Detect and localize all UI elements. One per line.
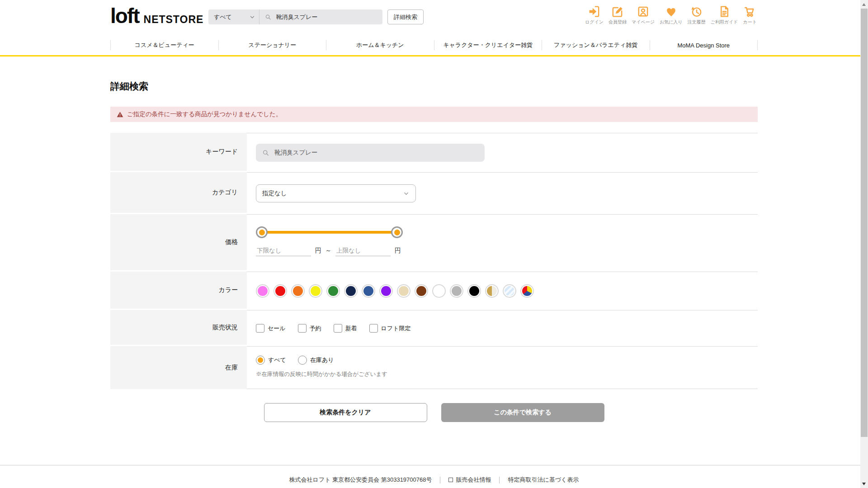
price-slider-min-dot	[259, 230, 265, 235]
color-swatch-white[interactable]	[432, 284, 446, 298]
color-swatch-blue[interactable]	[362, 284, 375, 298]
footer-divider	[440, 477, 440, 483]
price-max-input[interactable]	[335, 245, 391, 256]
price-range-slider[interactable]	[256, 226, 403, 238]
scroll-up-icon[interactable]	[862, 3, 866, 6]
cart-button[interactable]: カート	[743, 5, 757, 25]
warning-icon	[117, 111, 123, 118]
search-icon	[265, 14, 272, 21]
no-results-alert: ご指定の条件に一致する商品が見つかりませんでした。	[110, 107, 758, 122]
category-select[interactable]: 指定なし	[256, 184, 416, 202]
radio-all[interactable]: すべて	[256, 356, 286, 365]
register-icon	[611, 5, 624, 18]
checkbox-new-box[interactable]	[334, 324, 342, 333]
mypage-button[interactable]: マイページ	[632, 5, 655, 25]
checkbox-loft-exclusive[interactable]: ロフト限定	[369, 324, 411, 333]
footer-link-company-info[interactable]: 販売会社情報	[448, 476, 491, 484]
register-label: 会員登録	[609, 19, 627, 25]
yen-unit: 円	[395, 247, 401, 255]
color-swatch-orange[interactable]	[291, 284, 305, 298]
cart-icon	[743, 5, 756, 18]
checkbox-preorder-box[interactable]	[298, 324, 307, 333]
nav-item-moma-design-store[interactable]: MoMA Design Store	[650, 42, 758, 49]
color-swatch-multicolor[interactable]	[520, 284, 534, 298]
radio-in-stock-circle[interactable]	[298, 356, 307, 365]
guide-document-icon	[718, 5, 731, 18]
header-search-input-zone	[259, 9, 382, 24]
nav-item-fashion-variety[interactable]: ファッション＆バラエティ雑貨	[542, 41, 650, 49]
checkbox-preorder-label: 予約	[310, 324, 321, 333]
site-header: loft NETSTORE すべて 詳細検索 ログイン	[0, 0, 868, 35]
color-swatch-red[interactable]	[274, 284, 287, 298]
loft-logo[interactable]: loft NETSTORE	[110, 5, 203, 26]
footer-divider	[499, 477, 500, 483]
form-actions: 検索条件をクリア この条件で検索する	[110, 403, 758, 422]
color-swatch-black[interactable]	[467, 284, 481, 298]
checkbox-sale-box[interactable]	[256, 324, 264, 333]
checkbox-preorder[interactable]: 予約	[298, 324, 321, 333]
category-row: カテゴリ 指定なし	[110, 172, 758, 214]
header-search-pill: すべて	[208, 9, 382, 24]
color-swatch-navy[interactable]	[344, 284, 358, 298]
price-min-input[interactable]	[256, 245, 311, 256]
color-swatch-green[interactable]	[326, 284, 340, 298]
checkbox-new-label: 新着	[345, 324, 357, 333]
checkbox-new[interactable]: 新着	[334, 324, 357, 333]
color-swatch-purple[interactable]	[379, 284, 393, 298]
scroll-down-icon[interactable]	[862, 483, 866, 485]
favorites-label: お気に入り	[660, 19, 683, 25]
checkbox-sale[interactable]: セール	[256, 324, 286, 333]
chevron-down-icon	[249, 14, 255, 20]
stock-note: ※在庫情報の反映に時間がかかる場合がございます	[256, 371, 758, 378]
checkbox-loft-exclusive-box[interactable]	[369, 324, 378, 333]
submit-search-button[interactable]: この条件で検索する	[441, 403, 604, 422]
header-search-input[interactable]	[275, 13, 377, 21]
radio-in-stock[interactable]: 在庫あり	[298, 356, 334, 365]
favorites-button[interactable]: お気に入り	[660, 5, 683, 25]
logo-loft-text: loft	[110, 5, 139, 26]
clear-search-button[interactable]: 検索条件をクリア	[264, 403, 427, 422]
logo-netstore-text: NETSTORE	[144, 14, 204, 26]
register-button[interactable]: 会員登録	[609, 5, 627, 25]
guide-button[interactable]: ご利用ガイド	[711, 5, 738, 25]
nav-item-cosme-beauty[interactable]: コスメ＆ビューティー	[111, 41, 218, 49]
footer-link-commercial-law[interactable]: 特定商取引法に基づく表示	[508, 476, 579, 484]
color-swatch-clear[interactable]	[503, 284, 516, 298]
color-swatch-gold-silver[interactable]	[485, 284, 499, 298]
price-slider-max-handle[interactable]	[391, 226, 403, 238]
page-title: 詳細検索	[110, 80, 758, 93]
category-select-value: 指定なし	[262, 189, 287, 197]
sales-status-label: 販売状況	[110, 310, 247, 346]
color-swatch-gray[interactable]	[450, 284, 463, 298]
checkbox-sale-label: セール	[268, 324, 286, 333]
price-row: 価格 円 ～ 円	[110, 214, 758, 272]
login-icon	[588, 5, 601, 18]
price-slider-track	[261, 231, 397, 234]
yen-unit: 円	[315, 247, 321, 255]
color-swatch-yellow[interactable]	[309, 284, 322, 298]
order-history-button[interactable]: 注文履歴	[688, 5, 706, 25]
color-swatch-beige[interactable]	[397, 284, 410, 298]
stock-label: 在庫	[110, 346, 247, 389]
advanced-search-button[interactable]: 詳細検索	[387, 9, 424, 24]
color-swatch-pink[interactable]	[256, 284, 269, 298]
cart-label: カート	[743, 19, 757, 25]
order-history-icon	[690, 5, 703, 18]
nav-item-character-goods[interactable]: キャラクター・クリエイター雑貨	[434, 41, 542, 49]
scrollbar[interactable]	[860, 0, 868, 488]
color-row: カラー	[110, 272, 758, 310]
color-swatch-brown[interactable]	[415, 284, 428, 298]
mypage-label: マイページ	[632, 19, 655, 25]
nav-item-home-kitchen[interactable]: ホーム＆キッチン	[326, 41, 434, 49]
price-slider-min-handle[interactable]	[256, 226, 268, 238]
sales-status-row: 販売状況 セール 予約 新着 ロフト限定	[110, 310, 758, 346]
radio-all-circle[interactable]	[256, 356, 265, 365]
nav-item-stationery[interactable]: ステーショナリー	[219, 41, 326, 49]
footer-link-company-info-label: 販売会社情報	[456, 476, 491, 484]
scrollbar-thumb[interactable]	[861, 9, 868, 437]
login-button[interactable]: ログイン	[585, 5, 604, 25]
header-utilities: ログイン 会員登録 マイページ お気に入り 注文履歴 ご利用ガイド	[585, 5, 757, 25]
keyword-input[interactable]	[274, 149, 478, 157]
search-category-select[interactable]: すべて	[208, 9, 259, 24]
range-separator: ～	[326, 247, 332, 255]
